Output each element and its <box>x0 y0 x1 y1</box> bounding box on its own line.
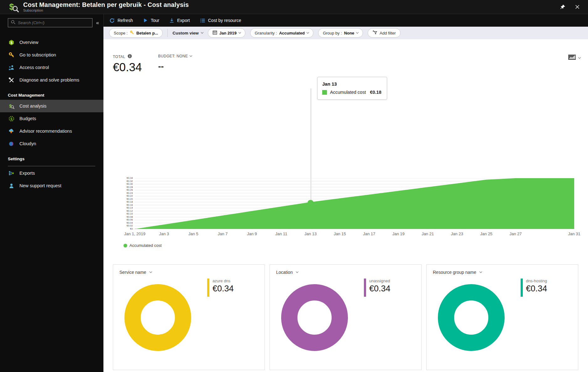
wrench-icon <box>8 77 14 83</box>
access-control-icon <box>8 65 14 71</box>
service-name-donut[interactable] <box>124 284 191 351</box>
legend-label: Accumulated cost <box>129 243 162 248</box>
x-axis-labels: Jan 1, 2019Jan 3Jan 5Jan 7Jan 9Jan 11Jan… <box>103 231 588 237</box>
search-box[interactable] <box>8 18 92 27</box>
refresh-button[interactable]: Refresh <box>109 18 133 23</box>
sidebar-item-label: New support request <box>19 183 61 188</box>
sidebar-section-settings: Settings <box>0 150 103 163</box>
sidebar-item-advisor-recommendations[interactable]: Advisor recommendations <box>0 125 103 137</box>
add-filter-pill[interactable]: Add filter <box>368 28 400 38</box>
summary-row: TOTAL €0.34 BUDGET: NONE -- <box>113 54 192 74</box>
close-icon[interactable] <box>575 4 580 9</box>
resource-group-card: Resource group name dns-hosting €0.34 <box>426 264 578 370</box>
filter-bar: Scope : Betalen p... Custom view Jan 201… <box>103 27 588 39</box>
key-icon <box>8 52 14 58</box>
custom-view-button[interactable]: Custom view <box>172 31 203 35</box>
sidebar-item-label: Access control <box>19 65 49 70</box>
budget-block: BUDGET: NONE -- <box>158 54 192 74</box>
page-title-block: Cost Management: Betalen per gebruik - C… <box>23 2 189 12</box>
legend-color-bar <box>207 279 209 297</box>
area-chart-type-icon <box>568 54 576 62</box>
group-by-pill[interactable]: Group by : None <box>318 28 363 38</box>
tooltip-series-swatch <box>322 90 327 95</box>
legend-value: €0.34 <box>369 284 391 294</box>
sidebar-item-new-support-request[interactable]: New support request <box>0 179 103 192</box>
total-label: TOTAL <box>113 55 125 59</box>
sidebar-item-go-to-subscription[interactable]: Go to subscription <box>0 49 103 61</box>
resource-group-dropdown[interactable]: Resource group name <box>433 270 482 275</box>
settings-divider <box>8 166 95 166</box>
card-legend: dns-hosting €0.34 <box>521 279 547 297</box>
svg-text:$: $ <box>11 117 13 120</box>
cost-by-resource-button[interactable]: Cost by resource <box>200 18 241 23</box>
scope-pill[interactable]: Scope : Betalen p... <box>109 28 163 38</box>
exports-icon <box>8 170 14 176</box>
chevron-down-icon <box>307 31 309 34</box>
page-subtitle: Subscription <box>23 8 189 12</box>
collapse-sidebar-icon[interactable]: « <box>94 20 101 26</box>
page-title: Cost Management: Betalen per gebruik - C… <box>23 2 189 8</box>
calendar-icon <box>213 30 217 36</box>
legend-label: unassigned <box>369 279 391 283</box>
tooltip-date: Jan 13 <box>322 81 381 87</box>
legend-label: azure dns <box>213 279 234 283</box>
sidebar-item-label: Diagnose and solve problems <box>19 77 79 82</box>
sidebar-item-overview[interactable]: $ Overview <box>0 36 103 49</box>
location-donut[interactable] <box>281 284 348 351</box>
sidebar-item-access-control[interactable]: Access control <box>0 61 103 74</box>
sidebar-item-label: Budgets <box>19 116 36 121</box>
sidebar-item-cost-analysis[interactable]: $ Cost analysis <box>0 100 103 112</box>
svg-text:$: $ <box>10 40 12 44</box>
cost-management-blade: $ Cost Management: Betalen per gebruik -… <box>0 0 588 372</box>
sidebar-item-label: Overview <box>19 40 38 45</box>
location-card: Location unassigned €0.34 <box>270 264 422 370</box>
sidebar-item-budgets[interactable]: $ Budgets <box>0 112 103 125</box>
card-legend: unassigned €0.34 <box>364 279 391 297</box>
location-dropdown[interactable]: Location <box>276 270 298 275</box>
tooltip-series-name: Accumulated cost <box>330 90 366 95</box>
chart-legend: Accumulated cost <box>123 243 162 248</box>
resource-list-icon <box>200 18 205 23</box>
granularity-pill[interactable]: Granularity : Accumulated <box>250 28 313 38</box>
service-name-dropdown[interactable]: Service name <box>119 270 152 275</box>
legend-label: dns-hosting <box>526 279 547 283</box>
chart-type-selector[interactable] <box>568 54 580 62</box>
sidebar-item-label: Exports <box>19 171 35 176</box>
add-filter-icon <box>372 30 377 36</box>
budget-value: -- <box>158 62 192 72</box>
scope-key-icon <box>130 30 134 36</box>
search-input[interactable] <box>18 20 89 25</box>
breakdown-cards: Service name azure dns €0.34 <box>113 264 578 370</box>
sidebar-item-label: Go to subscription <box>19 52 56 57</box>
y-axis-labels: €0€0.02€0.04€0.06€0.08€0.10€0.12€0.14€0.… <box>120 178 134 229</box>
chevron-down-icon <box>479 270 482 273</box>
legend-color-bar <box>364 279 366 297</box>
titlebar-actions <box>560 4 580 10</box>
budget-dropdown[interactable]: BUDGET: NONE <box>158 54 192 58</box>
resource-group-donut[interactable] <box>438 284 505 351</box>
chevron-down-icon <box>201 31 203 34</box>
sidebar-item-cloudyn[interactable]: Cloudyn <box>0 137 103 150</box>
play-icon <box>143 18 148 23</box>
tour-button[interactable]: Tour <box>143 18 159 23</box>
sidebar-section-cost-management: Cost Management <box>0 86 103 100</box>
cloudyn-icon <box>8 141 14 147</box>
sidebar-item-exports[interactable]: Exports <box>0 167 103 179</box>
sidebar-item-label: Cost analysis <box>19 104 46 109</box>
overview-icon: $ <box>8 40 14 45</box>
accumulated-cost-area-chart[interactable] <box>135 178 574 229</box>
cost-management-icon: $ <box>8 1 19 13</box>
download-icon <box>169 18 174 23</box>
legend-color-bar <box>521 279 523 297</box>
total-block: TOTAL €0.34 <box>113 54 142 74</box>
date-range-pill[interactable]: Jan 2019 <box>208 28 245 38</box>
export-button[interactable]: Export <box>169 18 190 23</box>
support-person-icon <box>8 183 14 189</box>
main-panel: Refresh Tour Export Cost by resource <box>103 14 588 372</box>
budgets-icon: $ <box>8 116 14 122</box>
sidebar-item-diagnose[interactable]: Diagnose and solve problems <box>0 74 103 86</box>
info-icon[interactable] <box>128 54 132 59</box>
advisor-cloud-icon <box>8 128 14 134</box>
legend-value: €0.34 <box>526 284 547 294</box>
pin-icon[interactable] <box>560 4 565 10</box>
